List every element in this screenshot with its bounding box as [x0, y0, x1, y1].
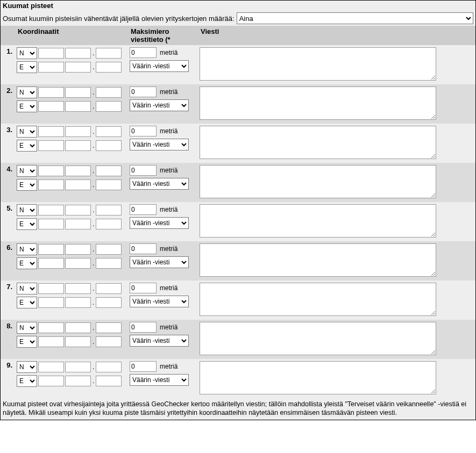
lon-deg-input[interactable]	[38, 258, 64, 269]
lon-minfrac-input[interactable]	[96, 62, 122, 73]
lat-minfrac-input[interactable]	[96, 87, 122, 98]
message-textarea[interactable]	[200, 361, 436, 394]
lat-min-input[interactable]	[65, 322, 91, 333]
lon-dir-select[interactable]: E	[17, 218, 37, 230]
lat-min-input[interactable]	[65, 87, 91, 98]
distance-input[interactable]	[130, 283, 157, 293]
message-type-select[interactable]: Väärin -viesti	[130, 217, 189, 229]
lon-deg-input[interactable]	[38, 336, 64, 347]
lon-minfrac-input[interactable]	[96, 376, 122, 386]
message-textarea[interactable]	[200, 204, 436, 238]
message-textarea[interactable]	[200, 126, 436, 159]
lat-minfrac-input[interactable]	[96, 48, 122, 59]
distance-input[interactable]	[130, 87, 157, 97]
message-textarea[interactable]	[200, 47, 436, 81]
lon-deg-input[interactable]	[38, 62, 64, 73]
lat-deg-input[interactable]	[38, 48, 64, 59]
hits-reduce-select[interactable]: Aina	[237, 12, 473, 24]
lon-minfrac-input[interactable]	[96, 101, 122, 112]
lat-minfrac-input[interactable]	[96, 244, 122, 255]
lon-min-input[interactable]	[65, 376, 91, 386]
lon-minfrac-input[interactable]	[96, 336, 122, 347]
message-textarea[interactable]	[200, 322, 436, 355]
lon-dir-select[interactable]: E	[17, 257, 37, 269]
lat-deg-input[interactable]	[38, 362, 64, 372]
lat-dir-select[interactable]: N	[17, 87, 37, 98]
lat-minfrac-input[interactable]	[96, 126, 122, 137]
lon-dir-select[interactable]: E	[17, 336, 37, 348]
message-textarea[interactable]	[200, 283, 436, 316]
lat-dir-select[interactable]: N	[17, 204, 37, 216]
lon-minfrac-input[interactable]	[96, 297, 122, 308]
lat-minfrac-input[interactable]	[96, 322, 122, 333]
distance-input[interactable]	[130, 361, 157, 372]
message-type-select[interactable]: Väärin -viesti	[130, 335, 189, 347]
distance-input[interactable]	[130, 322, 157, 333]
lon-min-input[interactable]	[65, 101, 91, 112]
lon-deg-input[interactable]	[38, 140, 64, 151]
lat-dir-select[interactable]: N	[17, 322, 37, 334]
lat-minfrac-input[interactable]	[96, 283, 122, 294]
lat-deg-input[interactable]	[38, 322, 64, 333]
distance-input[interactable]	[130, 126, 157, 136]
distance-input[interactable]	[130, 243, 157, 254]
message-textarea[interactable]	[200, 87, 436, 120]
lat-dir-select[interactable]: N	[17, 165, 37, 177]
message-type-select[interactable]: Väärin -viesti	[130, 296, 189, 307]
lat-deg-input[interactable]	[38, 166, 64, 176]
lat-minfrac-input[interactable]	[96, 205, 122, 215]
lon-min-input[interactable]	[65, 179, 91, 190]
lat-min-input[interactable]	[65, 205, 91, 215]
lon-dir-select[interactable]: E	[17, 179, 37, 191]
lon-min-input[interactable]	[65, 140, 91, 151]
lat-dir-select[interactable]: N	[17, 283, 37, 294]
lon-min-input[interactable]	[65, 336, 91, 347]
lon-deg-input[interactable]	[38, 219, 64, 229]
message-textarea[interactable]	[200, 243, 436, 277]
lon-deg-input[interactable]	[38, 179, 64, 190]
lon-dir-select[interactable]: E	[17, 297, 37, 308]
distance-input[interactable]	[130, 204, 157, 215]
lon-minfrac-input[interactable]	[96, 219, 122, 229]
lat-min-input[interactable]	[65, 362, 91, 372]
lat-dir-select[interactable]: N	[17, 126, 37, 138]
message-type-select[interactable]: Väärin -viesti	[130, 139, 189, 150]
lat-deg-input[interactable]	[38, 205, 64, 215]
distance-input[interactable]	[130, 47, 157, 58]
lon-minfrac-input[interactable]	[96, 179, 122, 190]
message-type-select[interactable]: Väärin -viesti	[130, 178, 189, 190]
lon-minfrac-input[interactable]	[96, 140, 122, 151]
lat-deg-input[interactable]	[38, 126, 64, 137]
lon-deg-input[interactable]	[38, 101, 64, 112]
lon-minfrac-input[interactable]	[96, 258, 122, 269]
lon-min-input[interactable]	[65, 258, 91, 269]
message-type-select[interactable]: Väärin -viesti	[130, 99, 189, 111]
lat-deg-input[interactable]	[38, 283, 64, 294]
distance-input[interactable]	[130, 165, 157, 176]
lat-deg-input[interactable]	[38, 87, 64, 98]
lat-min-input[interactable]	[65, 166, 91, 176]
lat-min-input[interactable]	[65, 244, 91, 255]
lon-deg-input[interactable]	[38, 376, 64, 386]
lon-dir-select[interactable]: E	[17, 140, 37, 152]
lat-min-input[interactable]	[65, 126, 91, 137]
lon-min-input[interactable]	[65, 219, 91, 229]
lat-deg-input[interactable]	[38, 244, 64, 255]
lon-dir-select[interactable]: E	[17, 61, 37, 73]
lon-min-input[interactable]	[65, 62, 91, 73]
lat-minfrac-input[interactable]	[96, 362, 122, 372]
message-type-select[interactable]: Väärin -viesti	[130, 374, 189, 386]
lat-dir-select[interactable]: N	[17, 361, 37, 373]
message-type-select[interactable]: Väärin -viesti	[130, 256, 189, 268]
lon-min-input[interactable]	[65, 297, 91, 308]
lon-dir-select[interactable]: E	[17, 100, 37, 112]
lat-dir-select[interactable]: N	[17, 47, 37, 59]
lat-dir-select[interactable]: N	[17, 243, 37, 255]
message-textarea[interactable]	[200, 165, 436, 198]
lon-dir-select[interactable]: E	[17, 375, 37, 387]
lat-min-input[interactable]	[65, 48, 91, 59]
lon-deg-input[interactable]	[38, 297, 64, 308]
message-type-select[interactable]: Väärin -viesti	[130, 60, 189, 72]
lat-minfrac-input[interactable]	[96, 166, 122, 176]
lat-min-input[interactable]	[65, 283, 91, 294]
